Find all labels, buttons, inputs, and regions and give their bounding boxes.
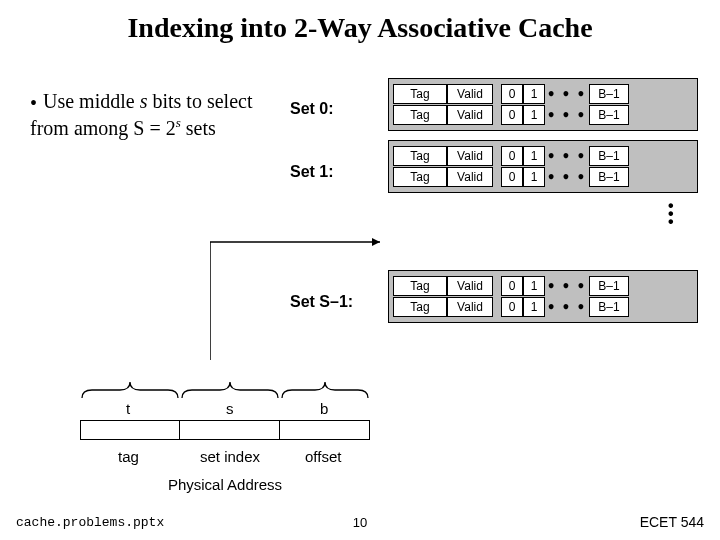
ellipsis-icon: • • • (545, 167, 589, 187)
set-1: TagValid01• • •B–1 TagValid01• • •B–1 (388, 140, 698, 193)
ellipsis-icon: • • • (545, 84, 589, 104)
arrow-icon (210, 212, 390, 362)
offset-segment (280, 420, 370, 440)
ellipsis-icon: • • • (545, 105, 589, 125)
svg-marker-0 (372, 238, 380, 246)
cache-line: TagValid01• • •B–1 (393, 105, 693, 125)
bullet-text: •Use middle s bits to select from among … (30, 90, 280, 140)
ellipsis-icon: • • • (545, 276, 589, 296)
set-label-0: Set 0: (290, 100, 334, 118)
footer-course: ECET 544 (640, 514, 704, 530)
ellipsis-icon: • • • (545, 146, 589, 166)
slide-title: Indexing into 2-Way Associative Cache (0, 0, 720, 44)
address-box (80, 420, 370, 440)
set-sm1: TagValid01• • •B–1 TagValid01• • •B–1 (388, 270, 698, 323)
set-label-1: Set 1: (290, 163, 334, 181)
cache-line: TagValid01• • •B–1 (393, 276, 693, 296)
set-0: TagValid01• • •B–1 TagValid01• • •B–1 (388, 78, 698, 131)
tag-segment (80, 420, 180, 440)
physical-address-label: Physical Address (80, 476, 370, 493)
ellipsis-icon: • • • (545, 297, 589, 317)
cache-line: TagValid01• • •B–1 (393, 146, 693, 166)
cache-line: TagValid01• • •B–1 (393, 297, 693, 317)
index-segment (180, 420, 280, 440)
vertical-dots-icon: ••• (668, 202, 674, 226)
cache-line: TagValid01• • •B–1 (393, 167, 693, 187)
braces-icon (80, 378, 370, 400)
footer-page-number: 10 (0, 515, 720, 530)
cache-line: TagValid01• • •B–1 (393, 84, 693, 104)
